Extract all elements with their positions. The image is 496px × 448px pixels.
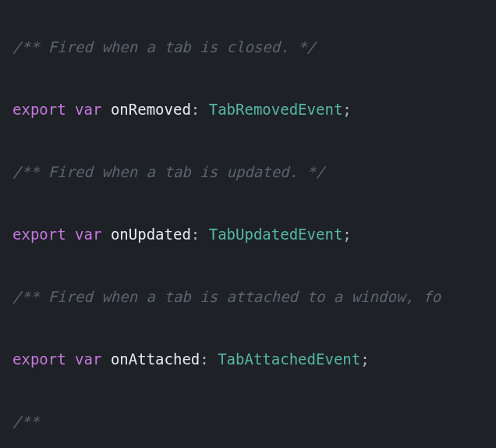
semicolon: ; xyxy=(342,101,351,118)
keyword-var: var xyxy=(75,101,101,118)
identifier: onAttached xyxy=(111,350,200,368)
keyword-export: export xyxy=(12,226,66,243)
doc-comment: /** Fired when a tab is updated. */ xyxy=(12,163,324,180)
code-line: /** Fired when a tab is updated. */ xyxy=(12,156,496,187)
code-line: export var onRemoved: TabRemovedEvent; xyxy=(12,94,496,125)
type-name: TabRemovedEvent xyxy=(209,101,343,118)
type-name: TabUpdatedEvent xyxy=(209,226,343,243)
semicolon: ; xyxy=(360,350,369,368)
doc-comment: /** Fired when a tab is attached to a wi… xyxy=(12,288,441,305)
code-line: /** Fired when a tab is closed. */ xyxy=(12,31,496,62)
type-name: TabAttachedEvent xyxy=(218,350,360,368)
keyword-export: export xyxy=(12,350,66,368)
colon: : xyxy=(191,101,200,118)
keyword-export: export xyxy=(12,101,66,118)
code-line: export var onAttached: TabAttachedEvent; xyxy=(12,343,496,375)
semicolon: ; xyxy=(342,226,351,243)
code-line: /** Fired when a tab is attached to a wi… xyxy=(12,281,496,312)
identifier: onUpdated xyxy=(111,226,191,243)
code-line: /** xyxy=(12,406,496,437)
code-editor[interactable]: /** Fired when a tab is closed. */ expor… xyxy=(0,0,496,448)
doc-comment-open: /** xyxy=(12,413,39,430)
keyword-var: var xyxy=(75,350,101,368)
colon: : xyxy=(200,350,208,368)
keyword-var: var xyxy=(75,226,101,243)
identifier: onRemoved xyxy=(111,101,191,118)
code-line: export var onUpdated: TabUpdatedEvent; xyxy=(12,219,496,250)
colon: : xyxy=(191,226,200,243)
doc-comment: /** Fired when a tab is closed. */ xyxy=(12,38,316,55)
